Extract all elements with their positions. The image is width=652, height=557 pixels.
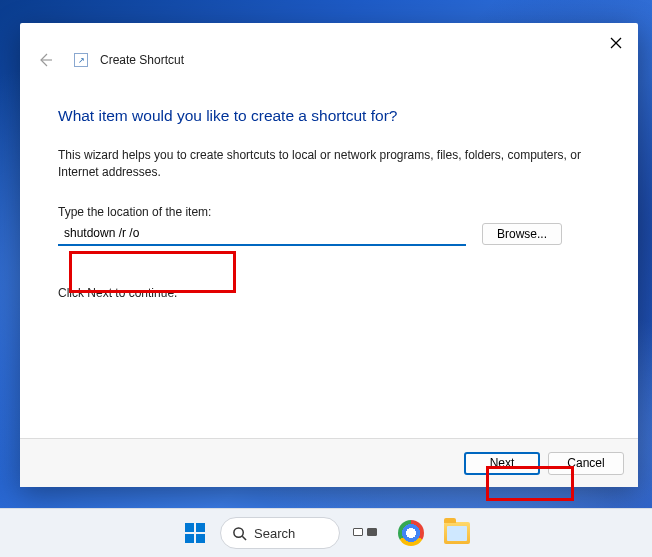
close-button[interactable] <box>606 33 626 53</box>
headline: What item would you like to create a sho… <box>58 107 600 125</box>
explorer-taskbar-button[interactable] <box>436 512 478 554</box>
search-label: Search <box>254 526 295 541</box>
dialog-footer: Next Cancel <box>20 438 638 487</box>
next-button[interactable]: Next <box>464 452 540 475</box>
back-button[interactable] <box>34 49 56 71</box>
create-shortcut-dialog: ↗ Create Shortcut What item would you li… <box>20 23 638 487</box>
location-label: Type the location of the item: <box>58 205 600 219</box>
task-view-icon <box>353 524 377 542</box>
task-view-button[interactable] <box>344 512 386 554</box>
svg-rect-6 <box>196 534 205 543</box>
close-icon <box>610 37 622 49</box>
start-button[interactable] <box>174 512 216 554</box>
continue-text: Click Next to continue. <box>58 286 600 300</box>
cancel-button[interactable]: Cancel <box>548 452 624 475</box>
dialog-body: What item would you like to create a sho… <box>20 79 638 438</box>
help-text: This wizard helps you to create shortcut… <box>58 147 600 181</box>
shortcut-icon: ↗ <box>74 53 88 67</box>
taskbar-search[interactable]: Search <box>220 517 340 549</box>
location-row: Browse... <box>58 223 600 246</box>
chrome-taskbar-button[interactable] <box>390 512 432 554</box>
browse-button[interactable]: Browse... <box>482 223 562 245</box>
svg-rect-4 <box>196 523 205 532</box>
windows-logo-icon <box>183 521 207 545</box>
location-input[interactable] <box>58 223 466 246</box>
back-arrow-icon <box>37 52 53 68</box>
dialog-header: ↗ Create Shortcut <box>20 23 638 79</box>
file-explorer-icon <box>444 522 470 544</box>
svg-point-7 <box>234 527 243 536</box>
dialog-title: Create Shortcut <box>100 53 184 67</box>
search-icon <box>232 526 247 541</box>
svg-rect-5 <box>185 534 194 543</box>
svg-rect-3 <box>185 523 194 532</box>
chrome-icon <box>398 520 424 546</box>
taskbar: Search <box>0 508 652 557</box>
svg-line-8 <box>242 536 246 540</box>
